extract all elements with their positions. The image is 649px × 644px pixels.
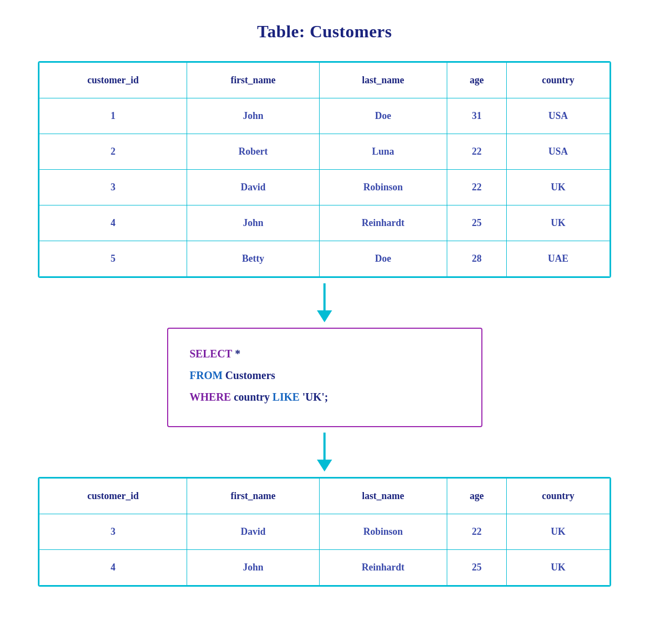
sql-line-3: WHERE country LIKE 'UK'; [190, 388, 460, 406]
table-cell: 4 [39, 205, 187, 241]
table-cell: UAE [507, 241, 610, 277]
arrow-line-2 [323, 433, 326, 460]
table-cell: USA [507, 98, 610, 134]
col-header-age: age [447, 63, 507, 98]
arrow-1 [317, 283, 332, 322]
kw-where: WHERE [190, 391, 231, 403]
col-header-country: country [507, 63, 610, 98]
table-cell: 25 [447, 205, 507, 241]
table-cell: David [187, 514, 320, 550]
table-cell: UK [507, 550, 610, 586]
sql-select-rest: * [232, 348, 240, 360]
table-cell: USA [507, 134, 610, 170]
sql-box: SELECT * FROM Customers WHERE country LI… [167, 328, 482, 427]
table-cell: 25 [447, 550, 507, 586]
table-cell: UK [507, 205, 610, 241]
page-container: Table: Customers customer_id first_name … [38, 22, 611, 587]
table-cell: Robert [187, 134, 320, 170]
kw-like: LIKE [273, 391, 300, 403]
bot-col-header-first-name: first_name [187, 479, 320, 514]
table-cell: 22 [447, 514, 507, 550]
table-cell: Luna [320, 134, 447, 170]
table-cell: Doe [320, 241, 447, 277]
table-cell: 22 [447, 134, 507, 170]
table-cell: David [187, 170, 320, 205]
bottom-table: customer_id first_name last_name age cou… [38, 477, 611, 587]
table-row: 3DavidRobinson22UK [39, 170, 610, 205]
top-table-header-row: customer_id first_name last_name age cou… [39, 63, 610, 98]
top-table: customer_id first_name last_name age cou… [38, 61, 611, 278]
sql-line-1: SELECT * [190, 345, 460, 362]
table-cell: Robinson [320, 514, 447, 550]
sql-where-field: country [231, 391, 273, 403]
table-cell: Betty [187, 241, 320, 277]
col-header-customer-id: customer_id [39, 63, 187, 98]
table-row: 1JohnDoe31USA [39, 98, 610, 134]
sql-like-value: 'UK'; [300, 391, 328, 403]
table-cell: Robinson [320, 170, 447, 205]
arrow-line-1 [323, 283, 326, 310]
table-cell: 4 [39, 550, 187, 586]
bot-col-header-age: age [447, 479, 507, 514]
arrow-2 [317, 433, 332, 472]
bot-col-header-customer-id: customer_id [39, 479, 187, 514]
bot-col-header-last-name: last_name [320, 479, 447, 514]
table-cell: 5 [39, 241, 187, 277]
bot-col-header-country: country [507, 479, 610, 514]
table-row: 2RobertLuna22USA [39, 134, 610, 170]
arrow-head-2 [317, 460, 332, 472]
table-row: 3DavidRobinson22UK [39, 514, 610, 550]
table-row: 4JohnReinhardt25UK [39, 205, 610, 241]
kw-from: FROM [190, 369, 223, 381]
table-cell: 1 [39, 98, 187, 134]
table-cell: UK [507, 514, 610, 550]
table-cell: 2 [39, 134, 187, 170]
arrow-head-1 [317, 310, 332, 322]
col-header-first-name: first_name [187, 63, 320, 98]
col-header-last-name: last_name [320, 63, 447, 98]
kw-select: SELECT [190, 348, 233, 360]
table-row: 5BettyDoe28UAE [39, 241, 610, 277]
table-cell: Reinhardt [320, 550, 447, 586]
table-cell: 28 [447, 241, 507, 277]
page-title: Table: Customers [257, 22, 392, 42]
table-cell: Doe [320, 98, 447, 134]
table-cell: 31 [447, 98, 507, 134]
sql-from-rest: Customers [223, 369, 275, 381]
sql-line-2: FROM Customers [190, 367, 460, 384]
table-row: 4JohnReinhardt25UK [39, 550, 610, 586]
table-cell: 22 [447, 170, 507, 205]
table-cell: Reinhardt [320, 205, 447, 241]
table-cell: John [187, 205, 320, 241]
table-cell: John [187, 98, 320, 134]
bottom-table-header-row: customer_id first_name last_name age cou… [39, 479, 610, 514]
table-cell: UK [507, 170, 610, 205]
table-cell: 3 [39, 170, 187, 205]
table-cell: John [187, 550, 320, 586]
table-cell: 3 [39, 514, 187, 550]
